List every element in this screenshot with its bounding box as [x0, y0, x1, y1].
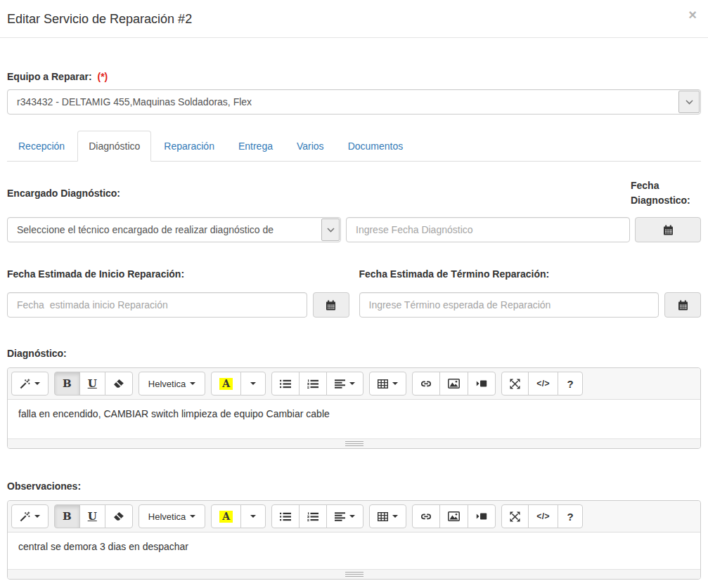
- fecha-inicio-calendar-button[interactable]: [313, 292, 349, 318]
- unordered-list-icon: [280, 379, 291, 388]
- fecha-inicio-label: Fecha Estimada de Inicio Reparación:: [7, 268, 349, 280]
- fecha-diagnostico-input[interactable]: [346, 217, 630, 242]
- calendar-icon: [326, 300, 336, 311]
- font-color-button[interactable]: A: [211, 372, 241, 396]
- observaciones-editor: B U Helvetica: [7, 500, 701, 580]
- table-button[interactable]: [369, 504, 406, 528]
- font-color-icon: A: [219, 378, 233, 390]
- edit-repair-service-modal: Editar Servicio de Reparación #2 × Equip…: [0, 0, 708, 588]
- modal-title: Editar Servicio de Reparación #2: [7, 12, 701, 27]
- style-magic-button[interactable]: [11, 504, 49, 528]
- editor-statusbar: [8, 438, 700, 448]
- modal-body: Equipo a Reparar: (*) r343432 - DELTAMIG…: [0, 71, 708, 588]
- row-encargado-controls: Seleccione el técnico encargado de reali…: [7, 217, 701, 242]
- paragraph-align-button[interactable]: [326, 504, 363, 528]
- close-icon[interactable]: ×: [688, 8, 697, 22]
- fecha-inicio-input[interactable]: [7, 292, 307, 318]
- underline-button[interactable]: U: [79, 372, 105, 396]
- diagnostico-editor-content[interactable]: falla en encendido, CAMBIAR switch limpi…: [8, 400, 700, 438]
- encargado-select-value: Seleccione el técnico encargado de reali…: [17, 224, 273, 235]
- magic-wand-icon: [20, 511, 30, 522]
- picture-icon: [448, 379, 460, 388]
- fullscreen-arrows-icon: [510, 379, 520, 389]
- unordered-list-button[interactable]: [271, 372, 300, 396]
- fecha-termino-calendar-button[interactable]: [664, 292, 701, 318]
- help-button[interactable]: ?: [558, 372, 583, 396]
- equipment-label: Equipo a Reparar: (*): [7, 71, 701, 83]
- ordered-list-icon: [307, 512, 318, 521]
- fecha-termino-label: Fecha Estimada de Término Reparación:: [359, 268, 702, 280]
- equipment-select-value: r343432 - DELTAMIG 455,Maquinas Soldador…: [17, 96, 252, 107]
- editor-statusbar: [8, 569, 700, 579]
- clear-format-button[interactable]: [105, 372, 133, 396]
- tab-recepcion[interactable]: Recepción: [7, 131, 76, 162]
- observaciones-editor-content[interactable]: central se demora 3 dias en despachar: [8, 533, 700, 569]
- font-color-dropdown-button[interactable]: [240, 372, 266, 396]
- table-icon: [378, 379, 388, 388]
- link-button[interactable]: [412, 504, 440, 528]
- font-name-label: Helvetica: [148, 379, 186, 389]
- fullscreen-button[interactable]: [501, 504, 529, 528]
- picture-icon: [448, 511, 460, 521]
- fullscreen-button[interactable]: [501, 372, 529, 396]
- row-encargado-labels: Encargado Diagnóstico: Fecha Diagnostico…: [7, 178, 701, 208]
- caret-down-icon: [190, 382, 195, 385]
- font-family-button[interactable]: Helvetica: [139, 504, 205, 528]
- caret-down-icon: [392, 382, 398, 385]
- editor-toolbar: B U Helvetica: [8, 501, 700, 533]
- link-button[interactable]: [412, 372, 440, 396]
- picture-button[interactable]: [439, 504, 468, 528]
- font-color-button[interactable]: A: [211, 504, 241, 528]
- editor-toolbar: B U Helvetica: [8, 368, 700, 400]
- ordered-list-button[interactable]: [299, 372, 327, 396]
- font-color-icon: A: [219, 511, 233, 523]
- video-button[interactable]: [468, 504, 496, 528]
- eraser-icon: [113, 511, 124, 521]
- tab-varios[interactable]: Varios: [285, 131, 335, 162]
- video-icon: [476, 512, 487, 521]
- font-color-dropdown-button[interactable]: [240, 504, 266, 528]
- caret-down-icon: [250, 515, 256, 518]
- resize-handle[interactable]: [345, 441, 363, 446]
- equipment-select[interactable]: r343432 - DELTAMIG 455,Maquinas Soldador…: [7, 89, 701, 115]
- paragraph-align-button[interactable]: [326, 372, 363, 396]
- caret-down-icon: [34, 515, 40, 518]
- fecha-inicio-column: Fecha Estimada de Inicio Reparación:: [7, 268, 349, 318]
- encargado-select[interactable]: Seleccione el técnico encargado de reali…: [7, 217, 341, 242]
- caret-down-icon: [349, 515, 355, 518]
- diagnostico-editor: B U Helvetica: [7, 367, 701, 449]
- table-button[interactable]: [369, 372, 406, 396]
- fecha-termino-column: Fecha Estimada de Término Reparación:: [359, 268, 702, 318]
- video-icon: [476, 379, 487, 388]
- bold-button[interactable]: B: [54, 504, 80, 528]
- fecha-termino-input[interactable]: [359, 292, 659, 318]
- fecha-diagnostico-calendar-button[interactable]: [635, 217, 701, 242]
- codeview-button[interactable]: </>: [528, 372, 558, 396]
- diagnostico-editor-label: Diagnóstico:: [7, 348, 701, 360]
- tab-reparacion[interactable]: Reparación: [153, 131, 226, 162]
- tab-entrega[interactable]: Entrega: [227, 131, 284, 162]
- modal-header: Editar Servicio de Reparación #2 ×: [0, 0, 708, 38]
- unordered-list-button[interactable]: [271, 504, 300, 528]
- underline-button[interactable]: U: [79, 504, 105, 528]
- chevron-down-icon: [321, 218, 340, 241]
- equipment-label-text: Equipo a Reparar:: [7, 71, 92, 82]
- codeview-button[interactable]: </>: [528, 504, 558, 528]
- ordered-list-icon: [307, 379, 318, 388]
- clear-format-button[interactable]: [105, 504, 133, 528]
- table-icon: [378, 512, 388, 521]
- help-button[interactable]: ?: [558, 504, 583, 528]
- video-button[interactable]: [468, 372, 496, 396]
- fullscreen-arrows-icon: [510, 511, 520, 522]
- tab-documentos[interactable]: Documentos: [337, 131, 415, 162]
- bold-button[interactable]: B: [54, 372, 80, 396]
- encargado-label: Encargado Diagnóstico:: [7, 188, 120, 200]
- picture-button[interactable]: [439, 372, 468, 396]
- row-fechas-estimadas: Fecha Estimada de Inicio Reparación:: [7, 268, 701, 318]
- tab-diagnostico[interactable]: Diagnóstico: [77, 131, 151, 162]
- font-family-button[interactable]: Helvetica: [139, 372, 205, 396]
- resize-handle[interactable]: [345, 572, 363, 577]
- ordered-list-button[interactable]: [299, 504, 327, 528]
- style-magic-button[interactable]: [11, 372, 49, 396]
- font-name-label: Helvetica: [148, 511, 186, 522]
